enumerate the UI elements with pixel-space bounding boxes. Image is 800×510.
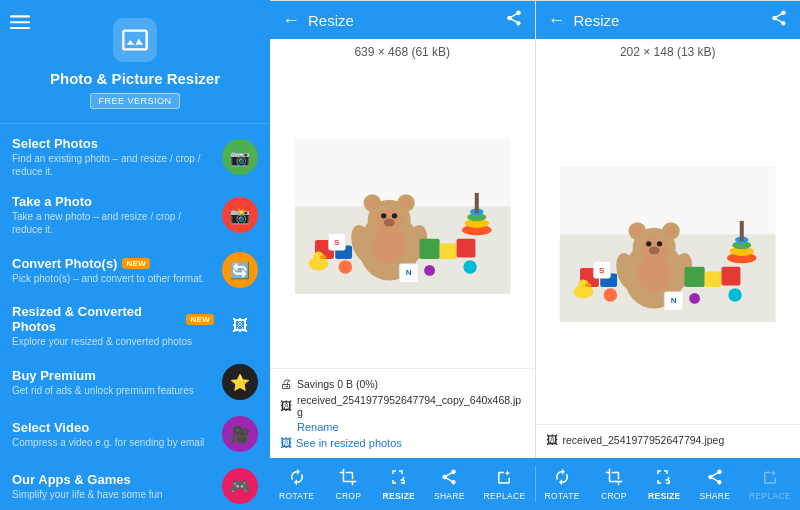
sidebar-item-label-2: Convert Photo(s)NEW (12, 256, 214, 271)
share-btn-right[interactable]: SHARE (693, 464, 737, 505)
svg-rect-22 (456, 239, 475, 258)
resize-label-right: RESIZE (648, 491, 681, 501)
crop-icon-left (339, 468, 357, 489)
svg-point-28 (424, 265, 435, 276)
panel-right-filename: received_2541977952647794.jpeg (563, 434, 725, 446)
sidebar-item-desc-6: Simplify your life & have some fun (12, 488, 214, 501)
sidebar-item-1[interactable]: Take a PhotoTake a new photo – and resiz… (0, 186, 270, 244)
share-icon-right[interactable] (770, 9, 788, 31)
svg-point-63 (689, 293, 700, 304)
share-icon-btn-left (440, 468, 458, 489)
resize-btn-left[interactable]: RESIZE (377, 464, 422, 505)
sidebar-item-icon-2: 🔄 (222, 252, 258, 288)
svg-point-15 (372, 227, 406, 265)
panel-left-filename: received_2541977952647794_copy_640x468.j… (297, 394, 525, 418)
panel-left-see-link[interactable]: 🖼 See in resized photos (280, 436, 525, 450)
svg-point-62 (604, 288, 617, 301)
svg-point-72 (585, 283, 592, 287)
panel-right-image-container: S N (536, 65, 801, 424)
replace-btn-left[interactable]: REPLACE (478, 464, 532, 505)
svg-rect-21 (439, 243, 456, 259)
app-title: Photo & Picture Resizer (50, 70, 220, 88)
rotate-label-right: ROTATE (545, 491, 580, 501)
rotate-btn-left[interactable]: ROTATE (273, 464, 320, 505)
main-area: ← Resize 639 × 468 (61 kB) (270, 0, 800, 510)
bottom-toolbar: ROTATE CROP RESIZE SHARE (270, 458, 800, 510)
panel-right-image-area: 202 × 148 (13 kB) (536, 39, 801, 424)
sidebar-item-desc-0: Find an existing photo – and resize / cr… (12, 152, 214, 178)
resize-btn-right[interactable]: RESIZE (642, 464, 687, 505)
new-badge-2: NEW (122, 258, 150, 269)
svg-point-8 (367, 198, 378, 209)
rotate-btn-right[interactable]: ROTATE (539, 464, 586, 505)
svg-rect-20 (419, 239, 439, 259)
svg-rect-57 (722, 267, 741, 286)
panel-left: ← Resize 639 × 468 (61 kB) (270, 1, 536, 458)
svg-rect-2 (10, 27, 30, 29)
svg-point-27 (338, 260, 351, 273)
svg-rect-34 (474, 193, 478, 213)
sidebar-item-3[interactable]: Resized & Converted PhotosNEWExplore you… (0, 296, 270, 356)
svg-rect-56 (705, 271, 722, 287)
share-label-left: SHARE (434, 491, 465, 501)
crop-btn-right[interactable]: CROP (592, 464, 636, 505)
panel-right-header: ← Resize (536, 1, 801, 39)
sidebar-item-2[interactable]: Convert Photo(s)NEWPick photo(s) – and c… (0, 244, 270, 296)
panel-right-title: Resize (574, 12, 620, 29)
svg-rect-55 (685, 267, 705, 287)
svg-point-37 (319, 255, 326, 259)
panel-left-image: S N (277, 139, 528, 294)
sidebar-item-desc-2: Pick photo(s) – and convert to other for… (12, 272, 214, 285)
svg-text:N: N (405, 268, 411, 277)
panels: ← Resize 639 × 468 (61 kB) (270, 0, 800, 458)
app-logo (113, 18, 157, 62)
svg-point-50 (637, 255, 671, 293)
toolbar-right: ROTATE CROP RESIZE SHARE (536, 464, 801, 505)
crop-btn-left[interactable]: CROP (326, 464, 370, 505)
svg-point-43 (632, 226, 643, 237)
back-icon-right[interactable]: ← (548, 10, 566, 31)
sidebar-item-desc-5: Compress a video e.g. for sending by ema… (12, 436, 214, 449)
svg-point-64 (728, 288, 741, 301)
resize-icon-left (390, 468, 408, 489)
svg-text:S: S (599, 266, 605, 275)
sidebar-item-0[interactable]: Select PhotosFind an existing photo – an… (0, 128, 270, 186)
sidebar-item-4[interactable]: Buy PremiumGet rid of ads & unlock premi… (0, 356, 270, 408)
panel-right-image-label: 202 × 148 (13 kB) (620, 39, 716, 65)
share-btn-left[interactable]: SHARE (427, 464, 471, 505)
sidebar-item-label-3: Resized & Converted PhotosNEW (12, 304, 214, 334)
sidebar-item-label-0: Select Photos (12, 136, 214, 151)
svg-text:N: N (671, 296, 677, 305)
toolbar-left: ROTATE CROP RESIZE SHARE (270, 464, 535, 505)
sidebar-item-icon-5: 🎥 (222, 416, 258, 452)
sidebar-item-label-4: Buy Premium (12, 368, 214, 383)
sidebar: Photo & Picture Resizer FREE VERSION Sel… (0, 0, 270, 510)
replace-label-right: REPLACE (749, 491, 791, 501)
sidebar-item-label-5: Select Video (12, 420, 214, 435)
sidebar-nav: Select PhotosFind an existing photo – an… (0, 124, 270, 510)
rotate-icon-right (553, 468, 571, 489)
svg-point-13 (391, 213, 396, 218)
back-icon-left[interactable]: ← (282, 10, 300, 31)
sidebar-item-label-6: Our Apps & Games (12, 472, 214, 487)
panel-left-rename[interactable]: Rename (297, 421, 525, 433)
svg-point-14 (383, 219, 394, 227)
share-icon-left[interactable] (505, 9, 523, 31)
sidebar-item-6[interactable]: Our Apps & GamesSimplify your life & hav… (0, 460, 270, 510)
svg-text:S: S (334, 238, 340, 247)
sidebar-item-desc-4: Get rid of ads & unlock premium features (12, 384, 214, 397)
svg-point-48 (657, 241, 662, 246)
panel-left-image-area: 639 × 468 (61 kB) (270, 39, 535, 368)
panel-left-image-label: 639 × 468 (61 kB) (354, 39, 450, 65)
sidebar-header: Photo & Picture Resizer FREE VERSION (0, 0, 270, 124)
svg-rect-1 (10, 21, 30, 23)
hamburger-icon[interactable] (10, 12, 30, 36)
replace-icon-left (495, 468, 513, 489)
svg-rect-0 (10, 15, 30, 17)
sidebar-item-5[interactable]: Select VideoCompress a video e.g. for se… (0, 408, 270, 460)
replace-btn-right: REPLACE (743, 464, 797, 505)
svg-point-10 (400, 198, 411, 209)
svg-point-12 (381, 213, 386, 218)
rotate-icon-left (288, 468, 306, 489)
svg-point-45 (666, 226, 677, 237)
